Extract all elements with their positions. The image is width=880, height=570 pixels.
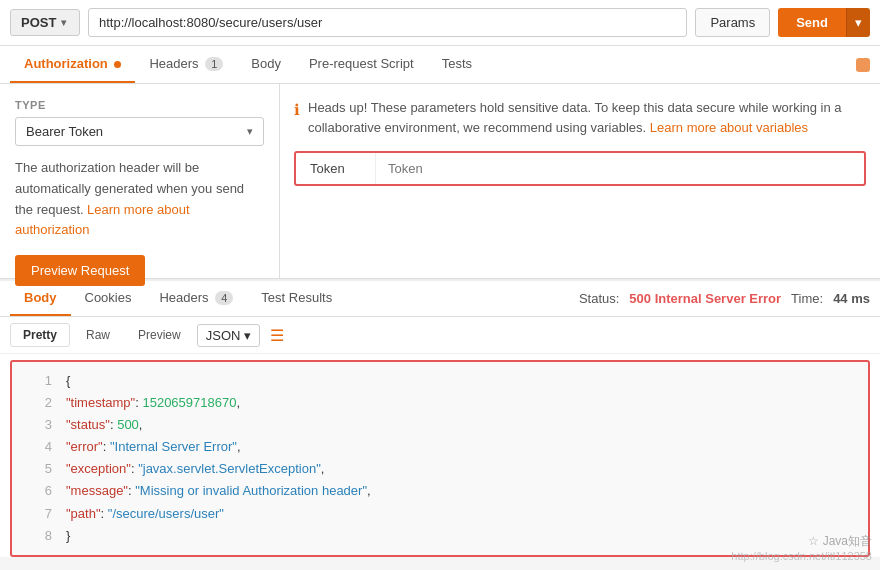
headers-badge: 1 [205, 57, 223, 71]
line-number: 3 [22, 414, 52, 436]
resp-headers-badge: 4 [215, 291, 233, 305]
method-select[interactable]: POST ▾ [10, 9, 80, 36]
code-tab-preview[interactable]: Preview [126, 324, 193, 346]
json-value: "/secure/users/user" [108, 506, 224, 521]
code-line: 2"timestamp": 1520659718670, [12, 392, 868, 414]
tab-tests[interactable]: Tests [428, 46, 486, 83]
line-content: "timestamp": 1520659718670, [66, 392, 240, 414]
resp-tab-test-results[interactable]: Test Results [247, 281, 346, 316]
line-number: 8 [22, 525, 52, 547]
bearer-token-select[interactable]: Bearer Token ▾ [15, 117, 264, 146]
line-content: "message": "Missing or invalid Authoriza… [66, 480, 371, 502]
json-value: "Internal Server Error" [110, 439, 237, 454]
request-tabs: Authorization Headers 1 Body Pre-request… [0, 46, 880, 84]
watermark: ☆ Java知音 http://blog.csdn.net/itl112358 [731, 533, 872, 562]
code-line: 7"path": "/secure/users/user" [12, 503, 868, 525]
json-key: "exception" [66, 461, 131, 476]
tab-pre-request[interactable]: Pre-request Script [295, 46, 428, 83]
watermark-url: http://blog.csdn.net/itl112358 [731, 550, 872, 562]
resp-tab-headers[interactable]: Headers 4 [145, 281, 247, 316]
token-row: Token [294, 151, 866, 186]
method-label: POST [21, 15, 56, 30]
code-line: 3"status": 500, [12, 414, 868, 436]
right-panel: ℹ Heads up! These parameters hold sensit… [280, 84, 880, 278]
code-line: 5"exception": "javax.servlet.ServletExce… [12, 458, 868, 480]
resp-tab-cookies[interactable]: Cookies [71, 281, 146, 316]
auth-description: The authorization header will be automat… [15, 158, 264, 241]
json-key: "path" [66, 506, 101, 521]
resp-tab-body[interactable]: Body [10, 281, 71, 316]
line-content: "path": "/secure/users/user" [66, 503, 224, 525]
response-section: Body Cookies Headers 4 Test Results Stat… [0, 279, 880, 557]
response-tabs: Body Cookies Headers 4 Test Results Stat… [0, 281, 880, 317]
send-dropdown-button[interactable]: ▾ [846, 8, 870, 37]
time-value: 44 ms [833, 291, 870, 306]
type-label: TYPE [15, 99, 264, 111]
status-label: Status: [579, 291, 619, 306]
code-tab-pretty[interactable]: Pretty [10, 323, 70, 347]
tab-body[interactable]: Body [237, 46, 295, 83]
line-number: 7 [22, 503, 52, 525]
line-content: "error": "Internal Server Error", [66, 436, 241, 458]
bearer-token-label: Bearer Token [26, 124, 103, 139]
code-line: 4"error": "Internal Server Error", [12, 436, 868, 458]
line-number: 5 [22, 458, 52, 480]
line-number: 1 [22, 370, 52, 392]
line-content: { [66, 370, 70, 392]
orange-indicator [856, 58, 870, 72]
code-block: 1{2"timestamp": 1520659718670,3"status":… [10, 360, 870, 557]
time-label: Time: [791, 291, 823, 306]
line-number: 2 [22, 392, 52, 414]
filter-icon[interactable]: ☰ [270, 326, 284, 345]
line-number: 4 [22, 436, 52, 458]
json-key: "error" [66, 439, 103, 454]
url-bar: POST ▾ Params Send ▾ [0, 0, 880, 46]
code-view-bar: Pretty Raw Preview JSON ▾ ☰ [0, 317, 880, 354]
status-info: Status: 500 Internal Server Error Time: … [579, 291, 870, 306]
left-panel: TYPE Bearer Token ▾ The authorization he… [0, 84, 280, 278]
params-button[interactable]: Params [695, 8, 770, 37]
json-chevron-icon: ▾ [244, 328, 251, 343]
json-format-select[interactable]: JSON ▾ [197, 324, 261, 347]
token-label: Token [296, 153, 376, 184]
method-chevron-icon: ▾ [61, 17, 66, 28]
code-tab-raw[interactable]: Raw [74, 324, 122, 346]
code-line: 1{ [12, 370, 868, 392]
line-content: "status": 500, [66, 414, 142, 436]
json-key: "timestamp" [66, 395, 135, 410]
json-value: "javax.servlet.ServletException" [138, 461, 321, 476]
line-content: } [66, 525, 70, 547]
json-key: "status" [66, 417, 110, 432]
variables-learn-link[interactable]: Learn more about variables [650, 120, 808, 135]
watermark-logo: ☆ Java知音 [808, 533, 872, 550]
bearer-chevron-icon: ▾ [247, 125, 253, 138]
token-input[interactable] [376, 153, 864, 184]
status-value: 500 Internal Server Error [629, 291, 781, 306]
send-btn-group: Send ▾ [778, 8, 870, 37]
json-key: "message" [66, 483, 128, 498]
main-content: TYPE Bearer Token ▾ The authorization he… [0, 84, 880, 279]
info-icon: ℹ [294, 99, 300, 122]
json-value: 1520659718670 [142, 395, 236, 410]
url-input[interactable] [88, 8, 687, 37]
info-box: ℹ Heads up! These parameters hold sensit… [294, 98, 866, 137]
json-value: 500 [117, 417, 139, 432]
line-content: "exception": "javax.servlet.ServletExcep… [66, 458, 324, 480]
line-number: 6 [22, 480, 52, 502]
code-line: 6"message": "Missing or invalid Authoriz… [12, 480, 868, 502]
authorization-dot [114, 61, 121, 68]
tab-headers[interactable]: Headers 1 [135, 46, 237, 83]
send-button[interactable]: Send [778, 8, 846, 37]
json-value: "Missing or invalid Authorization header… [135, 483, 367, 498]
tab-authorization[interactable]: Authorization [10, 46, 135, 83]
